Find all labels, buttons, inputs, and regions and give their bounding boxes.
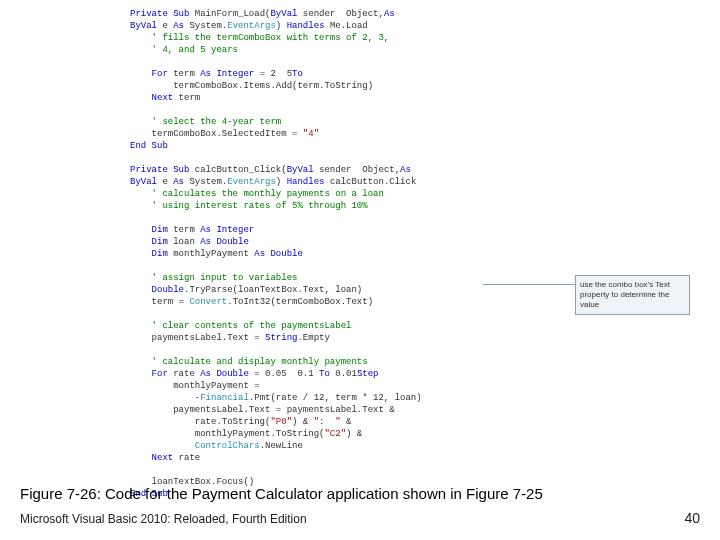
code-line: Dim term As Integer bbox=[130, 224, 570, 236]
code-line: End Sub bbox=[130, 140, 570, 152]
code-line bbox=[130, 308, 570, 320]
code-line: Private Sub calcButton_Click(ByVal sende… bbox=[130, 164, 570, 176]
code-line: rate.ToString("P0") & ": " & bbox=[130, 416, 570, 428]
code-line bbox=[130, 56, 570, 68]
code-line: For term As Integer = 2 5To bbox=[130, 68, 570, 80]
footer-page-number: 40 bbox=[684, 510, 700, 526]
code-line: ' 4, and 5 years bbox=[130, 44, 570, 56]
code-line: ' calculates the monthly payments on a l… bbox=[130, 188, 570, 200]
code-line: ' clear contents of the paymentsLabel bbox=[130, 320, 570, 332]
callout-box: use the combo box's Text property to det… bbox=[575, 275, 690, 315]
code-line: Private Sub MainForm_Load(ByVal sender O… bbox=[130, 8, 570, 20]
code-line: term = Convert.ToInt32(termComboBox.Text… bbox=[130, 296, 570, 308]
code-line: ByVal e As System.EventArgs) Handles cal… bbox=[130, 176, 570, 188]
code-line: paymentsLabel.Text = String.Empty bbox=[130, 332, 570, 344]
figure-caption: Figure 7-26: Code for the Payment Calcul… bbox=[20, 485, 543, 502]
code-line: termComboBox.SelectedItem = "4" bbox=[130, 128, 570, 140]
code-line: ' fills the termComboBox with terms of 2… bbox=[130, 32, 570, 44]
code-line: Next term bbox=[130, 92, 570, 104]
code-line: monthlyPayment = bbox=[130, 380, 570, 392]
code-line: ' calculate and display monthly payments bbox=[130, 356, 570, 368]
code-line bbox=[130, 212, 570, 224]
code-line: ByVal e As System.EventArgs) Handles Me.… bbox=[130, 20, 570, 32]
code-line bbox=[130, 344, 570, 356]
code-line: monthlyPayment.ToString("C2") & bbox=[130, 428, 570, 440]
code-line bbox=[130, 152, 570, 164]
code-line: ' assign input to variables bbox=[130, 272, 570, 284]
code-line: -Financial.Pmt(rate / 12, term * 12, loa… bbox=[130, 392, 570, 404]
code-line bbox=[130, 260, 570, 272]
code-line: Dim monthlyPayment As Double bbox=[130, 248, 570, 260]
code-line bbox=[130, 104, 570, 116]
code-line bbox=[130, 464, 570, 476]
footer-book-title: Microsoft Visual Basic 2010: Reloaded, F… bbox=[20, 512, 307, 526]
code-line: Dim loan As Double bbox=[130, 236, 570, 248]
code-line: ControlChars.NewLine bbox=[130, 440, 570, 452]
code-listing: Private Sub MainForm_Load(ByVal sender O… bbox=[130, 8, 570, 500]
code-line: ' select the 4-year term bbox=[130, 116, 570, 128]
code-line: termComboBox.Items.Add(term.ToString) bbox=[130, 80, 570, 92]
code-line: ' using interest rates of 5% through 10% bbox=[130, 200, 570, 212]
code-line: Double.TryParse(loanTextBox.Text, loan) bbox=[130, 284, 570, 296]
code-line: For rate As Double = 0.05 0.1 To 0.01Ste… bbox=[130, 368, 570, 380]
code-line: Next rate bbox=[130, 452, 570, 464]
callout-leader-line bbox=[483, 284, 583, 285]
code-line: paymentsLabel.Text = paymentsLabel.Text … bbox=[130, 404, 570, 416]
